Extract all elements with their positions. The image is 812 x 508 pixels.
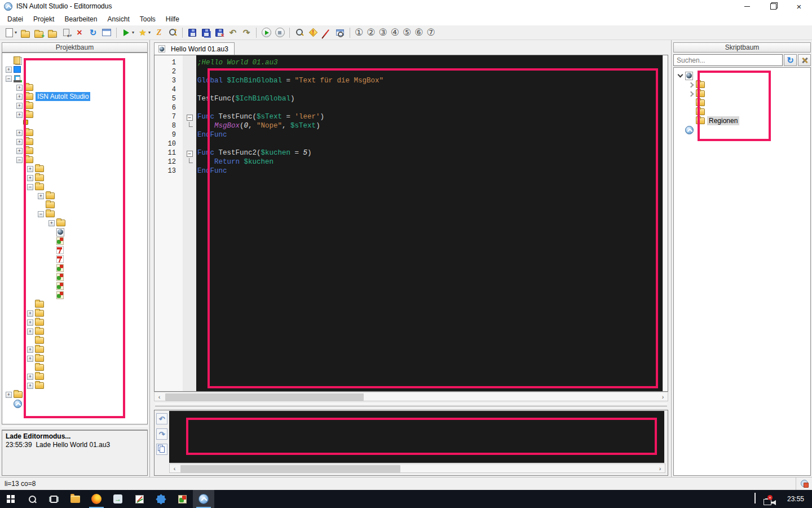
tree-item[interactable] [674,71,810,80]
console-output[interactable] [169,411,664,463]
tree-item[interactable] [2,246,147,255]
tree-expander-plus[interactable]: + [27,310,33,317]
run-button[interactable]: ▾ [120,27,136,39]
scroll-right-arrow[interactable]: › [658,392,668,401]
tree-expander-plus[interactable]: + [16,148,23,154]
menu-ansicht[interactable]: Ansicht [102,14,134,25]
tree-item[interactable] [2,56,147,65]
numbered-button-1[interactable]: ① [353,27,365,39]
chart-app-taskbar-button[interactable] [129,490,150,508]
tree-item[interactable]: + [2,65,147,74]
tree-expander-plus[interactable]: + [16,130,23,136]
messenger-taskbar-button[interactable]: → [107,490,129,508]
refresh-button[interactable]: ↻ [86,27,100,39]
fold-open-icon[interactable]: − [187,115,193,121]
tree-item[interactable]: + [2,137,147,146]
scroll-left-arrow[interactable]: ‹ [155,392,164,401]
numbered-button-5[interactable]: ⑤ [401,27,413,39]
tree-item[interactable] [2,264,147,273]
tree-item[interactable] [2,291,147,300]
tree-item[interactable]: − [2,209,147,218]
tree-expander-plus[interactable]: + [27,347,33,353]
tree-item[interactable]: − [2,182,147,191]
compress-z-button[interactable]: Z [152,27,166,39]
tree-item[interactable]: + [2,191,147,200]
open-folder-button[interactable] [19,27,32,39]
code-area[interactable]: ;Hello World 01.au3Global $IchBinGlobal … [196,55,663,391]
tree-item[interactable] [2,282,147,291]
tree-expander-plus[interactable]: + [27,319,33,326]
tree-expander-plus[interactable]: + [16,112,23,118]
tree-item[interactable]: + [2,173,147,182]
save-all-button[interactable] [199,27,213,39]
tree-item[interactable] [2,399,147,408]
numbered-button-2[interactable]: ② [365,27,377,39]
tree-expander-plus[interactable]: + [27,166,33,172]
stop-circle-button[interactable] [273,27,286,39]
pen-button[interactable] [320,27,333,39]
tree-item[interactable]: + [2,101,147,110]
magic-search-button[interactable]: ✦ [166,27,179,39]
tree-item[interactable]: + [2,146,147,155]
tree-expander-plus[interactable]: + [16,139,23,145]
tree-expander-minus[interactable]: − [27,184,33,190]
new-file-button[interactable]: ▾ [2,27,19,39]
restore-button[interactable] [760,0,786,12]
tree-expander-plus[interactable]: + [16,85,23,91]
editor-horizontal-scrollbar[interactable]: ‹ › [154,392,668,401]
save-button[interactable] [186,27,199,39]
rename-file-button[interactable]: ↩ [59,27,73,39]
find-window-button[interactable] [333,27,347,39]
add-folder-button[interactable]: + [32,27,46,39]
menu-bearbeiten[interactable]: Bearbeiten [59,14,102,25]
tree-item[interactable] [2,300,147,309]
menu-tools[interactable]: Tools [135,14,161,25]
tree-expander-plus[interactable]: + [16,103,23,109]
tree-item[interactable] [674,98,810,107]
tree-item[interactable] [2,237,147,246]
tree-expander-plus[interactable]: + [27,175,33,181]
numbered-button-4[interactable]: ④ [389,27,401,39]
console-horizontal-scrollbar[interactable]: ‹ › [169,463,665,473]
tree-item[interactable] [674,80,810,89]
search-taskbar-button[interactable] [21,490,43,508]
script-tree[interactable]: Regionen [673,67,811,476]
tree-item[interactable]: + [2,381,147,390]
left-horizontal-splitter[interactable] [2,426,148,430]
refresh-button[interactable]: ↻ [784,54,797,66]
tree-expander-minus[interactable]: − [6,76,12,82]
tree-item[interactable]: + [2,110,147,119]
blue-star-app-taskbar-button[interactable] [150,490,171,508]
import-folder-button[interactable]: → [46,27,59,39]
chevron-down-icon[interactable] [677,73,683,79]
tree-expander-plus[interactable]: + [16,94,23,100]
tree-item[interactable] [2,255,147,264]
scrollbar-thumb[interactable] [165,393,364,401]
redo-button[interactable]: ↷ [156,428,167,440]
tree-item[interactable] [2,336,147,345]
tree-item[interactable] [2,200,147,209]
tree-expander-minus[interactable]: − [38,211,44,217]
numbered-button-6[interactable]: ⑥ [413,27,425,39]
explorer-taskbar-button[interactable] [64,490,86,508]
fold-margin[interactable]: −− [183,55,196,391]
tree-item[interactable]: + [2,354,147,363]
tree-item[interactable]: − [2,155,147,164]
tree-item[interactable]: + [2,218,147,227]
isn-studio-taskbar-button[interactable] [193,490,214,508]
syntax-check-button[interactable]: ! [306,27,320,39]
tree-item[interactable] [674,89,810,98]
tab-hello-world[interactable]: Hello World 01.au3 [154,42,235,55]
tree-item-regionen[interactable]: Regionen [674,116,810,125]
tree-item[interactable] [2,119,147,128]
chevron-right-icon[interactable] [688,91,694,97]
autoit-puzzle-taskbar-button[interactable] [171,490,193,508]
start-taskbar-button[interactable] [0,490,21,508]
tree-expander-plus[interactable]: + [27,374,33,380]
undo-button[interactable]: ↶ [156,413,167,424]
tree-item[interactable]: + [2,327,147,336]
delete-button[interactable]: × [73,27,86,39]
tree-expander-plus[interactable]: + [38,193,44,199]
favorites-button[interactable]: ★▾ [136,27,152,39]
task-view-taskbar-button[interactable] [43,490,64,508]
